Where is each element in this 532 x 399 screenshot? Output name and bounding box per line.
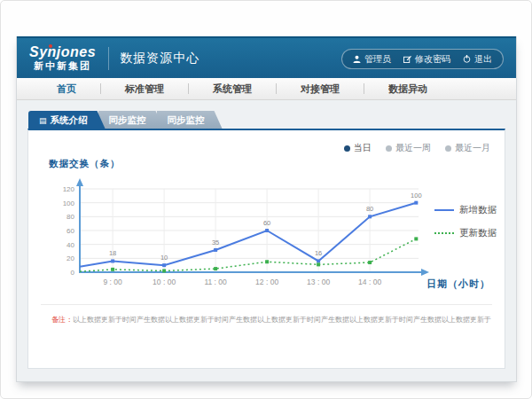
company-logo: Synjones 新中新集团	[29, 45, 96, 71]
svg-text:60: 60	[263, 219, 270, 227]
change-password-label: 修改密码	[415, 53, 450, 66]
svg-text:12 : 00: 12 : 00	[255, 278, 278, 286]
svg-text:18: 18	[109, 249, 116, 257]
legend-item-updated-data: 更新数据	[434, 227, 497, 239]
chart-legend: 新增数据 更新数据	[434, 204, 497, 250]
logo-red-dot-icon	[49, 44, 52, 48]
svg-text:11 : 00: 11 : 00	[204, 278, 227, 286]
radio-dot-icon	[386, 145, 392, 152]
svg-text:60: 60	[66, 227, 74, 235]
svg-text:13 : 00: 13 : 00	[307, 278, 330, 286]
filter-last-week[interactable]: 最近一周	[386, 142, 431, 154]
footnote-text: 以上数据更新于时间产生数据以上数据更新于时间产生数据以上数据更新于时间产生数据以…	[73, 316, 491, 324]
footnote-prefix: 备注：	[51, 316, 73, 324]
user-icon	[353, 55, 361, 63]
svg-text:100: 100	[63, 200, 75, 207]
nav-item-system-mgmt[interactable]: 系统管理	[189, 82, 276, 96]
power-icon	[463, 55, 471, 63]
document-icon: ▤	[39, 116, 47, 125]
svg-text:80: 80	[366, 205, 373, 213]
svg-text:120: 120	[63, 185, 75, 193]
header-divider	[108, 47, 109, 70]
tab-label: 同步监控	[168, 114, 205, 125]
radio-dot-icon	[445, 145, 451, 152]
radio-dot-icon	[344, 145, 350, 152]
svg-text:0: 0	[71, 269, 75, 277]
svg-text:14 : 00: 14 : 00	[358, 278, 381, 286]
line-chart: 0204060801001209 : 0010 : 0011 : 0012 : …	[46, 173, 445, 297]
chart-panel: 当日 最近一周 最近一月 数据交换（条） 0204060801001209 : …	[27, 129, 505, 369]
x-axis-title: 日期（小时）	[426, 278, 490, 291]
filter-last-month[interactable]: 最近一月	[445, 142, 490, 154]
legend-label: 更新数据	[459, 227, 497, 239]
tab-bar: ▤系统介绍 同步监控 同步监控	[28, 111, 505, 129]
svg-text:9 : 00: 9 : 00	[103, 278, 122, 286]
logout-button[interactable]: 退出	[463, 53, 492, 66]
y-axis-title: 数据交换（条）	[49, 158, 121, 170]
note-divider	[41, 304, 492, 305]
app-title: 数据资源中心	[120, 51, 200, 66]
legend-item-new-data: 新增数据	[434, 204, 497, 216]
tab-system-intro[interactable]: ▤系统介绍	[28, 111, 106, 129]
svg-text:10 : 00: 10 : 00	[153, 278, 176, 286]
nav-item-home[interactable]: 首页	[33, 82, 100, 96]
user-menu[interactable]: 管理员	[353, 53, 391, 66]
main-nav: 首页 标准管理 系统管理 对接管理 数据异动	[17, 78, 516, 100]
svg-text:16: 16	[315, 249, 322, 257]
svg-text:20: 20	[66, 254, 74, 262]
nav-item-standard-mgmt[interactable]: 标准管理	[101, 82, 188, 96]
user-label: 管理员	[364, 53, 391, 66]
green-dotted-swatch-icon	[434, 232, 454, 234]
tab-label: 系统介绍	[51, 114, 88, 125]
change-password-button[interactable]: 修改密码	[403, 53, 450, 66]
svg-text:10: 10	[160, 254, 168, 262]
nav-item-interface-mgmt[interactable]: 对接管理	[277, 82, 364, 96]
user-controls: 管理员 修改密码 退出	[341, 49, 504, 69]
footnote: 备注：以上数据更新于时间产生数据以上数据更新于时间产生数据以上数据更新于时间产生…	[51, 315, 491, 325]
logo-text-cn: 新中新集团	[34, 61, 91, 71]
edit-icon	[403, 55, 411, 63]
filter-label: 当日	[354, 142, 372, 154]
top-header: Synjones 新中新集团 数据资源中心 管理员 修改密码 退出	[17, 36, 516, 78]
tab-label: 同步监控	[109, 114, 146, 125]
nav-item-data-change[interactable]: 数据异动	[364, 82, 451, 96]
screenshot-frame: Synjones 新中新集团 数据资源中心 管理员 修改密码 退出	[0, 0, 532, 399]
chart-container: 0204060801001209 : 0010 : 0011 : 0012 : …	[46, 173, 445, 301]
svg-text:100: 100	[411, 192, 422, 200]
svg-text:80: 80	[66, 213, 74, 221]
filter-label: 最近一月	[455, 142, 490, 154]
filter-today[interactable]: 当日	[344, 142, 372, 154]
tab-sync-monitor-2[interactable]: 同步监控	[157, 111, 223, 129]
filter-label: 最近一周	[395, 142, 431, 154]
blue-line-swatch-icon	[434, 209, 454, 211]
period-filter-row: 当日 最近一周 最近一月	[344, 142, 490, 154]
app-window: Synjones 新中新集团 数据资源中心 管理员 修改密码 退出	[16, 36, 517, 382]
svg-text:35: 35	[212, 239, 219, 246]
content-area: ▤系统介绍 同步监控 同步监控 当日 最近一周	[17, 100, 516, 381]
tab-sync-monitor-1[interactable]: 同步监控	[98, 111, 164, 129]
svg-text:40: 40	[66, 241, 74, 249]
legend-label: 新增数据	[459, 204, 497, 216]
logo-text-en: Synjones	[29, 45, 96, 59]
logout-label: 退出	[474, 53, 492, 66]
